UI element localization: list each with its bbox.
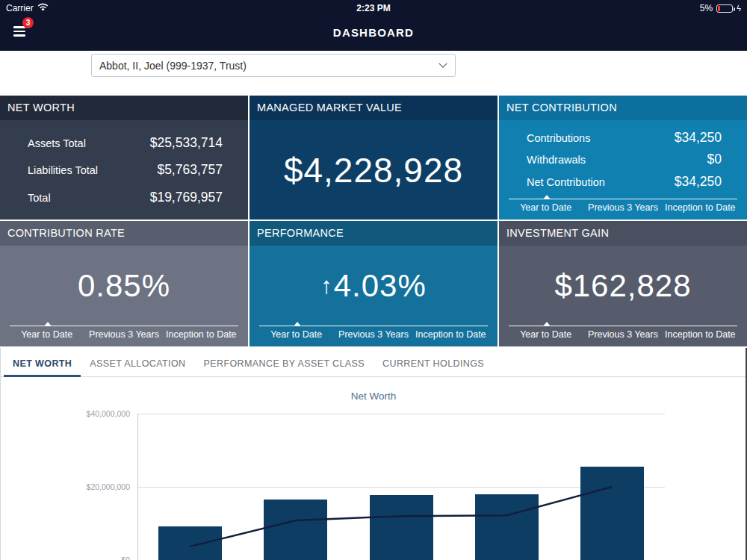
chevron-down-icon	[438, 59, 447, 67]
active-period-marker-icon	[44, 322, 52, 326]
row-label: Liabilities Total	[28, 164, 98, 176]
tile-row: Liabilities Total $5,763,757	[28, 162, 223, 178]
row-label: Assets Total	[28, 137, 86, 149]
section-tabs: NET WORTH ASSET ALLOCATION PERFORMANCE B…	[1, 348, 746, 377]
row-value: $19,769,957	[150, 190, 223, 205]
period-tab-previous-3-years[interactable]: Previous 3 Years	[85, 329, 162, 340]
dashboard-screen: Carrier 2:23 PM 5% ϟ 3 DASHBOARD	[0, 0, 747, 560]
battery-icon	[716, 4, 733, 13]
period-tab-previous-3-years[interactable]: Previous 3 Years	[584, 202, 661, 213]
period-indicator-line	[259, 326, 488, 326]
kpi-tiles: NET WORTH Assets Total $25,533,714 Liabi…	[0, 96, 747, 346]
tile-net-contribution: NET CONTRIBUTION Contributions $34,250 W…	[499, 96, 747, 220]
period-tab-inception-to-date[interactable]: Inception to Date	[412, 329, 489, 340]
tile-value: $162,828	[554, 268, 691, 304]
period-tab-inception-to-date[interactable]: Inception to Date	[163, 329, 240, 340]
arrow-up-icon: ↑	[320, 273, 332, 299]
tile-value: $4,228,928	[284, 150, 463, 190]
detail-panel: NET WORTH ASSET ALLOCATION PERFORMANCE B…	[0, 348, 747, 560]
battery-level-fill	[718, 6, 720, 11]
tile-title: NET WORTH	[0, 96, 248, 120]
row-value: $5,763,757	[157, 162, 223, 178]
period-selector: Year to Date Previous 3 Years Inception …	[499, 326, 747, 346]
period-selector: Year to Date Previous 3 Years Inception …	[499, 199, 747, 220]
period-tab-inception-to-date[interactable]: Inception to Date	[662, 329, 739, 340]
tab-asset-allocation[interactable]: ASSET ALLOCATION	[81, 357, 194, 376]
clock: 2:23 PM	[0, 3, 747, 13]
row-label: Total	[28, 192, 51, 204]
tab-current-holdings[interactable]: CURRENT HOLDINGS	[374, 357, 493, 376]
tab-performance-by-asset-class[interactable]: PERFORMANCE BY ASSET CLASS	[195, 357, 374, 376]
tile-row: Total $19,769,957	[28, 190, 223, 205]
period-indicator-line	[509, 326, 737, 326]
row-value: $34,250	[675, 130, 722, 146]
tile-value: 4.03%	[334, 268, 427, 304]
period-tab-year-to-date[interactable]: Year to Date	[507, 202, 584, 213]
period-tab-previous-3-years[interactable]: Previous 3 Years	[335, 329, 412, 340]
row-value: $34,250	[675, 174, 722, 190]
row-label: Withdrawals	[527, 154, 586, 166]
period-tab-previous-3-years[interactable]: Previous 3 Years	[584, 329, 661, 340]
battery-nub	[734, 7, 736, 11]
active-period-marker-icon	[543, 322, 551, 326]
row-label: Contributions	[527, 132, 590, 144]
period-selector: Year to Date Previous 3 Years Inception …	[0, 326, 248, 346]
tab-net-worth[interactable]: NET WORTH	[4, 357, 81, 376]
row-value: $0	[707, 152, 722, 167]
period-tab-year-to-date[interactable]: Year to Date	[507, 329, 584, 340]
tile-title: CONTRIBUTION RATE	[0, 221, 248, 246]
tile-title: INVESTMENT GAIN	[499, 221, 747, 246]
tile-row: Assets Total $25,533,714	[28, 135, 223, 151]
entity-select[interactable]: Abbot, II, Joel (999-1937, Trust)	[91, 54, 456, 77]
entity-select-value: Abbot, II, Joel (999-1937, Trust)	[99, 60, 247, 72]
tile-value: 0.85%	[78, 268, 170, 304]
tile-contribution-rate: CONTRIBUTION RATE 0.85% Year to Date Pre…	[0, 221, 248, 346]
find-data-row: FIND DATA FOR Abbot, II, Joel (999-1937,…	[0, 51, 747, 96]
tile-title: MANAGED MARKET VALUE	[249, 96, 498, 120]
page-title: DASHBOARD	[0, 16, 747, 51]
nav-bar: 3 DASHBOARD	[0, 16, 747, 51]
battery-percent: 5%	[700, 3, 713, 13]
period-tab-year-to-date[interactable]: Year to Date	[258, 329, 335, 340]
tile-investment-gain: INVESTMENT GAIN $162,828 Year to Date Pr…	[499, 221, 747, 346]
period-tab-inception-to-date[interactable]: Inception to Date	[662, 202, 739, 213]
period-selector: Year to Date Previous 3 Years Inception …	[249, 326, 498, 346]
active-period-marker-icon	[294, 322, 301, 326]
period-tab-year-to-date[interactable]: Year to Date	[8, 329, 85, 340]
tile-performance: PERFORMANCE ↑ 4.03% Year to Date Previou…	[249, 221, 498, 346]
tile-title: NET CONTRIBUTION	[499, 96, 747, 120]
tile-row: Withdrawals $0	[527, 152, 722, 167]
charging-bolt-icon: ϟ	[737, 4, 741, 13]
period-indicator-line	[10, 326, 238, 326]
tile-row: Contributions $34,250	[527, 130, 722, 146]
row-value: $25,533,714	[150, 135, 223, 151]
tile-net-worth: NET WORTH Assets Total $25,533,714 Liabi…	[0, 96, 248, 220]
tile-title: PERFORMANCE	[249, 221, 498, 246]
tile-managed-market-value: MANAGED MARKET VALUE $4,228,928	[249, 96, 498, 220]
tile-row: Net Contribution $34,250	[527, 174, 722, 190]
active-period-marker-icon	[543, 195, 551, 199]
row-label: Net Contribution	[527, 176, 605, 188]
period-indicator-line	[509, 199, 737, 199]
status-bar: Carrier 2:23 PM 5% ϟ	[0, 0, 747, 16]
